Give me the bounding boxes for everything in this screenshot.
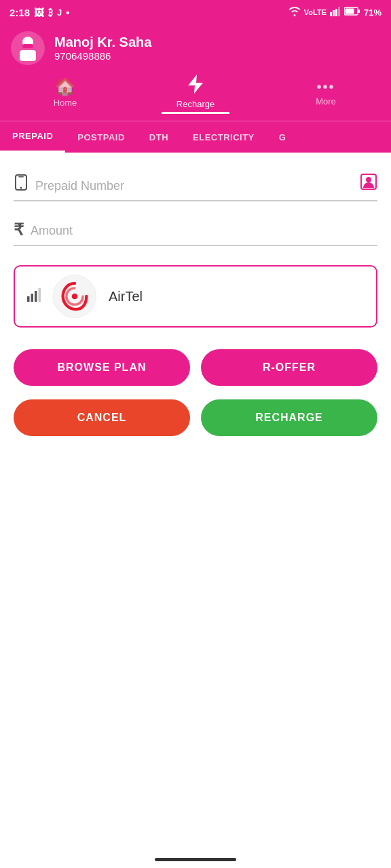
roffer-button[interactable]: R-OFFER [201,349,377,386]
svg-rect-2 [335,9,337,16]
svg-marker-10 [188,75,203,94]
svg-rect-5 [345,9,354,14]
wifi-icon [288,7,301,18]
more-icon: ••• [316,80,335,94]
header-info: Manoj Kr. Saha 9706498886 [54,35,151,62]
nav-bar: 🏠 Home Recharge ••• More [0,69,391,121]
operator-name: AirTel [109,289,143,304]
svg-rect-17 [31,294,34,302]
amount-input[interactable] [31,221,377,241]
svg-rect-19 [39,288,41,302]
svg-rect-1 [333,10,335,16]
header-name: Manoj Kr. Saha [54,35,151,50]
cancel-button[interactable]: CANCEL [14,399,190,436]
content-area: ₹ AirTel BROWSE PLAN R-OFFER [0,153,391,470]
nav-item-home[interactable]: 🏠 Home [31,79,99,111]
svg-rect-0 [330,12,332,16]
svg-rect-8 [20,50,36,61]
nav-home-label: Home [54,98,77,108]
nav-item-recharge[interactable]: Recharge [162,75,229,114]
tab-electricity[interactable]: ELECTRICITY [181,123,267,152]
svg-point-12 [20,187,22,189]
action-buttons-row: CANCEL RECHARGE [14,399,377,436]
recharge-button[interactable]: RECHARGE [201,399,377,436]
svg-rect-13 [18,176,24,178]
nav-more-label: More [316,96,336,106]
signal-strength-icon [27,288,41,305]
battery-icon [344,7,360,18]
signal-bars [330,7,341,18]
amount-input-row: ₹ [14,220,377,246]
nav-recharge-label: Recharge [176,99,215,109]
operator-card[interactable]: AirTel [14,265,377,328]
status-time: 2:18 [10,7,30,18]
dot-icon: • [66,7,69,18]
photo-icon: 🖼 [34,7,44,18]
status-left: 2:18 🖼 ₿ J • [10,7,70,18]
home-icon: 🏠 [55,79,75,95]
status-bar: 2:18 🖼 ₿ J • VoLTE [0,0,391,24]
nav-item-more[interactable]: ••• More [292,80,360,109]
home-indicator [155,858,236,861]
svg-rect-6 [358,9,360,13]
rupee-icon: ₹ [14,220,24,239]
recharge-icon [188,75,203,96]
svg-point-15 [366,177,371,182]
contacts-icon[interactable] [360,173,377,195]
number-input-row [14,173,377,201]
phone-icon [14,174,29,195]
battery-percent: 71% [364,7,381,18]
svg-rect-18 [35,291,37,302]
prepaid-number-input[interactable] [35,176,353,196]
svg-rect-16 [27,296,30,302]
j-icon: J [57,7,62,18]
status-right: VoLTE 71% [288,7,381,18]
tab-gas[interactable]: G [267,123,299,152]
plan-buttons-row: BROWSE PLAN R-OFFER [14,349,377,386]
browse-plan-button[interactable]: BROWSE PLAN [14,349,190,386]
operator-logo [53,275,96,318]
svg-point-21 [72,294,78,300]
tab-postpaid[interactable]: POSTPAID [65,123,137,152]
header-phone: 9706498886 [54,50,151,62]
tab-dth[interactable]: DTH [137,123,181,152]
avatar [11,31,45,65]
header: Manoj Kr. Saha 9706498886 [0,24,391,69]
network-icon: VoLTE [304,8,327,16]
svg-rect-9 [22,44,33,48]
tab-prepaid[interactable]: PREPAID [0,121,65,153]
svg-rect-3 [338,7,340,16]
tabs-bar: PREPAID POSTPAID DTH ELECTRICITY G [0,121,391,153]
bitcoin-icon: ₿ [48,7,53,18]
